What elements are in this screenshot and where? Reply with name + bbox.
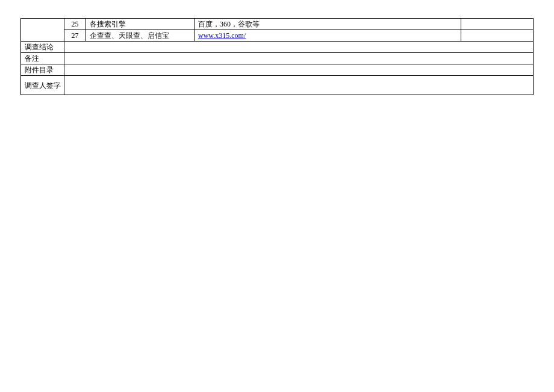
signature-value (64, 76, 534, 95)
conclusion-label: 调查结论 (21, 42, 64, 53)
row-number: 27 (64, 30, 86, 42)
remarks-row: 备注 (21, 53, 534, 64)
row-link[interactable]: www.x315.com/ (198, 31, 246, 40)
row-description: 企查查、天眼查、启信宝 (86, 30, 195, 42)
row-content: 百度，360，谷歌等 (195, 19, 461, 30)
category-cell (21, 19, 64, 42)
attachments-label: 附件目录 (21, 64, 64, 76)
remarks-label: 备注 (21, 53, 64, 64)
signature-label: 调查人签字 (21, 76, 64, 95)
row-extra (461, 19, 534, 30)
row-content: www.x315.com/ (195, 30, 461, 42)
row-description: 各搜索引擎 (86, 19, 195, 30)
table-row: 27 企查查、天眼查、启信宝 www.x315.com/ (21, 30, 534, 42)
table-row: 25 各搜索引擎 百度，360，谷歌等 (21, 19, 534, 30)
conclusion-value (64, 42, 534, 53)
signature-row: 调查人签字 (21, 76, 534, 95)
remarks-value (64, 53, 534, 64)
attachments-value (64, 64, 534, 76)
document-table: 25 各搜索引擎 百度，360，谷歌等 27 企查查、天眼查、启信宝 www.x… (20, 18, 534, 95)
row-extra (461, 30, 534, 42)
conclusion-row: 调查结论 (21, 42, 534, 53)
attachments-row: 附件目录 (21, 64, 534, 76)
row-number: 25 (64, 19, 86, 30)
